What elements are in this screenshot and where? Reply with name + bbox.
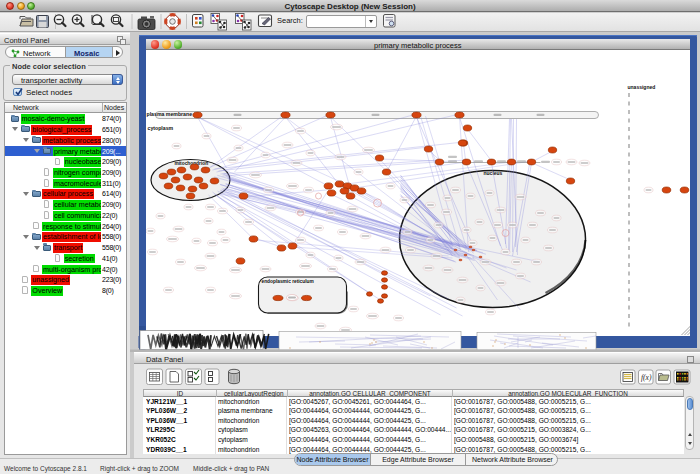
- svg-text:unassigned: unassigned: [627, 84, 655, 90]
- svg-text:f(x): f(x): [641, 373, 652, 382]
- svg-text:endoplasmic reticulum: endoplasmic reticulum: [261, 279, 313, 284]
- svg-text:plasma membrane: plasma membrane: [146, 111, 192, 117]
- svg-text:cytoplasm: cytoplasm: [147, 125, 173, 131]
